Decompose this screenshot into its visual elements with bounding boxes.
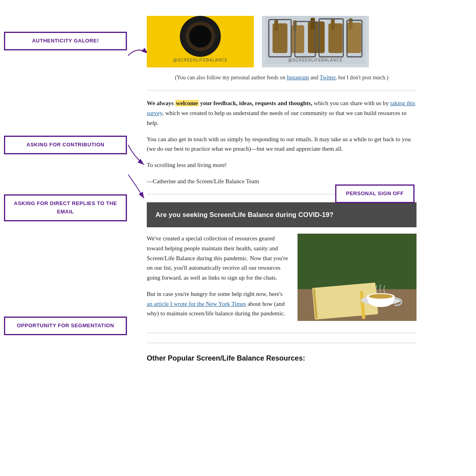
- left-image-label: @SCREENLIFEBALANCE: [173, 58, 228, 62]
- covid-p1: We've created a special collection of re…: [147, 234, 290, 283]
- p1-highlighted: welcome: [175, 100, 199, 106]
- covid-p2-before: But in case you're hungry for some help …: [147, 291, 282, 297]
- bottom-resources: Other Popular Screen/Life Balance Resour…: [147, 343, 416, 364]
- covid-image: [298, 234, 416, 321]
- arrow-contribution: [126, 143, 146, 169]
- page-wrapper: AUTHENTICITY GALORE! ASKING FOR CONTRIBU…: [0, 0, 476, 476]
- social-text-middle: and: [309, 75, 320, 81]
- bottom-resources-title: Other Popular Screen/Life Balance Resour…: [147, 353, 416, 364]
- covid-section: We've created a special collection of re…: [147, 234, 416, 325]
- annotation-personal-sign-off: PERSONAL SIGN OFF: [335, 184, 415, 203]
- social-text-after: , but I don't post much.): [336, 75, 389, 81]
- annotation-segmentation: OPPORTUNITY FOR SEGMENTATION: [4, 317, 127, 335]
- divider-3: [147, 333, 416, 333]
- images-row: @SCREENLIFEBALANCE: [147, 16, 416, 67]
- svg-rect-13: [311, 18, 315, 30]
- svg-rect-15: [331, 19, 334, 30]
- instagram-link[interactable]: Instagram: [287, 75, 309, 81]
- twitter-link[interactable]: Twitter: [320, 75, 336, 81]
- svg-rect-12: [308, 21, 324, 53]
- instagram-image-coffee: @SCREENLIFEBALANCE: [147, 16, 254, 67]
- covid-banner: Are you seeking Screen/Life Balance duri…: [147, 202, 416, 227]
- divider-1: [147, 90, 416, 90]
- svg-rect-14: [328, 23, 343, 53]
- social-follow-line: (You can also follow my personal author …: [147, 73, 416, 82]
- svg-point-30: [369, 294, 393, 299]
- svg-rect-23: [298, 234, 416, 289]
- covid-p2: But in case you're hungry for some help …: [147, 289, 290, 319]
- svg-point-6: [189, 25, 211, 47]
- arrow-authenticity: [126, 44, 150, 66]
- paragraph-1: We always welcome your feedback, ideas, …: [147, 98, 416, 128]
- p1-bold-start: We always: [147, 100, 175, 106]
- annotation-authenticity: AUTHENTICITY GALORE!: [4, 32, 127, 50]
- p1-rest: which you can share with us by: [312, 100, 390, 106]
- svg-rect-9: [274, 19, 278, 31]
- right-image-label: @SCREENLIFEBALANCE: [288, 58, 343, 62]
- svg-rect-17: [349, 18, 352, 29]
- nyt-article-link[interactable]: an article I wrote for the New York Time…: [147, 301, 246, 307]
- paragraph-2: You can also get in touch with us simply…: [147, 134, 416, 154]
- paragraph-3: To scrolling less and living more!: [147, 160, 416, 170]
- p1-rest2: , which we created to help us understand…: [147, 110, 407, 126]
- social-text-before: (You can also follow my personal author …: [175, 75, 287, 81]
- instagram-image-giraffes: @SCREENLIFEBALANCE: [262, 16, 369, 67]
- annotation-contribution: ASKING FOR CONTRIBUTION: [4, 136, 127, 154]
- annotation-direct-replies: ASKING FOR DIRECT REPLIES TO THE EMAIL: [4, 194, 127, 221]
- p1-bold-end: your feedback, ideas, requests and thoug…: [199, 100, 313, 106]
- covid-text: We've created a special collection of re…: [147, 234, 290, 325]
- svg-rect-16: [346, 23, 361, 53]
- arrow-direct-replies: [126, 173, 146, 203]
